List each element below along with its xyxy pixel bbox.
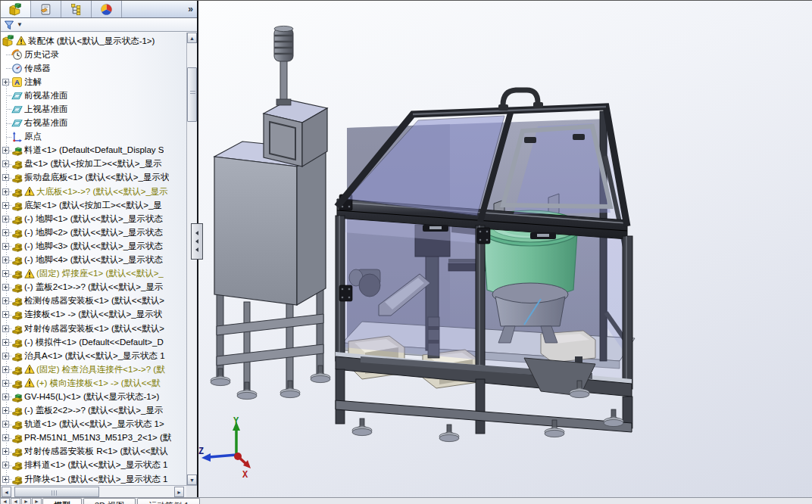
- tab-scroll-prev-button[interactable]: ◄: [11, 498, 20, 504]
- expand-toggle-icon[interactable]: [2, 257, 9, 263]
- tree-filter-bar[interactable]: ▼: [1, 18, 198, 32]
- sensor-icon: [11, 63, 23, 74]
- tree-item[interactable]: GV-H45(L)<1> (默认<显示状态-1>): [1, 390, 187, 403]
- expand-toggle-icon[interactable]: [2, 174, 9, 181]
- tree-item[interactable]: 装配体 (默认<默认_显示状态-1>): [1, 34, 187, 48]
- tree-item-label: 原点: [24, 131, 42, 142]
- expand-toggle-icon[interactable]: [2, 297, 9, 304]
- tree-item[interactable]: 注解: [1, 75, 187, 89]
- part-icon: [11, 378, 23, 389]
- tree-item[interactable]: 振动盘底板<1> (默认<<默认>_显示状: [1, 171, 187, 185]
- tab-featuremanager[interactable]: [1, 1, 31, 17]
- plane-icon: [11, 104, 23, 115]
- expand-toggle-icon[interactable]: [2, 79, 9, 86]
- partg-icon: [11, 145, 23, 156]
- expand-toggle-icon[interactable]: [2, 216, 9, 222]
- expand-toggle-icon[interactable]: [2, 434, 9, 441]
- tree-item[interactable]: 排料道<1> (默认<<默认>_显示状态 1: [1, 459, 187, 472]
- expand-toggle-icon[interactable]: [2, 188, 9, 195]
- tree-horizontal-scrollbar[interactable]: ◄ ►: [1, 485, 187, 498]
- tab-configurationmanager[interactable]: [61, 1, 92, 17]
- scroll-down-button[interactable]: ▼: [187, 474, 197, 485]
- expand-toggle-icon[interactable]: [2, 160, 9, 167]
- expand-toggle-icon[interactable]: [2, 311, 9, 318]
- tab-displaymanager[interactable]: [92, 1, 122, 17]
- tree-item[interactable]: 底架<1> (默认<按加工><<默认>_显: [1, 198, 187, 212]
- tree-item[interactable]: 前视基准面: [1, 89, 187, 102]
- expand-toggle-icon[interactable]: [2, 229, 9, 236]
- tree-item[interactable]: (+) 横向连接板<1> -> (默认<<默: [1, 376, 187, 390]
- tree-item-label: 对射传感器安装板<1> (默认<<默认>: [24, 323, 164, 334]
- tree-item[interactable]: 盘<1> (默认<按加工><<默认>_显示: [1, 157, 187, 171]
- expand-toggle-icon[interactable]: [2, 325, 9, 332]
- featuremanager-icon: [9, 3, 22, 16]
- vertical-scroll-thumb[interactable]: [187, 67, 197, 122]
- panel-tabs-overflow[interactable]: »: [183, 1, 198, 17]
- part-icon: [11, 172, 23, 183]
- tree-item[interactable]: 检测传感器安装板<1> (默认<<默认>: [1, 294, 187, 308]
- tree-item[interactable]: 上视基准面: [1, 102, 187, 116]
- tree-item[interactable]: PR-M51N1_M51N3_M51P3_2<1> (默: [1, 431, 187, 445]
- tree-item[interactable]: (-) 地脚<3> (默认<<默认>_显示状态: [1, 239, 187, 253]
- tree-item[interactable]: 对射传感器安装板 R<1> (默认<<默认: [1, 445, 187, 459]
- tree-item[interactable]: (固定) 焊接座<1> (默认<<默认>_: [1, 267, 187, 281]
- tree-item-label: 传感器: [24, 63, 51, 74]
- expand-toggle-icon[interactable]: [2, 202, 9, 209]
- scroll-left-button[interactable]: ◄: [2, 487, 11, 497]
- tree-item[interactable]: (固定) 检查治具连接件<1>->? (默: [1, 362, 187, 376]
- tree-item[interactable]: (-) 盖板2<2>->? (默认<<默认>_显示: [1, 404, 187, 418]
- scroll-up-button[interactable]: ▲: [187, 33, 197, 43]
- expand-toggle-icon[interactable]: [2, 243, 9, 250]
- filter-funnel-icon: [4, 20, 14, 30]
- part-icon: [11, 337, 23, 348]
- tree-item[interactable]: 治具A<1> (默认<<默认>_显示状态 1: [1, 349, 187, 362]
- tab-scroll-last-button[interactable]: ►: [32, 498, 42, 504]
- expand-toggle-icon[interactable]: [2, 366, 9, 373]
- orientation-triad: Y Z X: [198, 415, 267, 487]
- expand-toggle-icon[interactable]: [2, 407, 9, 414]
- expand-toggle-icon[interactable]: [2, 339, 9, 346]
- expand-toggle-icon[interactable]: [2, 353, 9, 359]
- expand-toggle-icon[interactable]: [2, 394, 9, 400]
- tree-item[interactable]: 原点: [1, 130, 187, 144]
- document-tab[interactable]: 模型: [42, 498, 82, 504]
- expand-toggle-icon[interactable]: [2, 284, 9, 291]
- tree-item[interactable]: 大底板<1>->? (默认<<默认>_显示: [1, 185, 187, 198]
- assembly-3d-model: [198, 1, 812, 498]
- expand-toggle-icon[interactable]: [2, 448, 9, 455]
- expand-toggle-icon[interactable]: [2, 380, 9, 387]
- tree-item[interactable]: (-) 地脚<2> (默认<<默认>_显示状态: [1, 226, 187, 239]
- scroll-right-button[interactable]: ►: [174, 487, 184, 497]
- document-tab[interactable]: 3D 视图: [83, 498, 136, 504]
- history-icon: [11, 49, 23, 61]
- document-tab[interactable]: 运动算例 1: [137, 498, 200, 504]
- tree-item-label: 料道<1> (Default<Default_Display S: [24, 145, 164, 156]
- tree-item[interactable]: (-) 地脚<4> (默认<<默认>_显示状态: [1, 254, 187, 267]
- tab-propertymanager[interactable]: [31, 1, 61, 17]
- expand-toggle-icon[interactable]: [2, 421, 9, 428]
- expand-toggle-icon[interactable]: [2, 147, 9, 154]
- tree-item[interactable]: 连接板<1> -> (默认<<默认>_显示状: [1, 308, 187, 322]
- horizontal-scroll-thumb[interactable]: [14, 487, 99, 497]
- document-tab-bar: ◄ ◄ ► ► 模型3D 视图运动算例 1: [0, 497, 812, 504]
- tree-item[interactable]: 对射传感器安装板<1> (默认<<默认>: [1, 322, 187, 335]
- panel-splitter-handle[interactable]: [191, 223, 203, 260]
- warning-icon: [24, 269, 35, 279]
- tree-item[interactable]: 料道<1> (Default<Default_Display S: [1, 144, 187, 157]
- tree-item[interactable]: (-) 地脚<1> (默认<<默认>_显示状态: [1, 212, 187, 226]
- tree-item[interactable]: 轨道<1> (默认<<默认>_显示状态 1>: [1, 418, 187, 431]
- expand-toggle-icon[interactable]: [2, 270, 9, 277]
- tree-item[interactable]: (-) 盖板2<1>->? (默认<<默认>_显示: [1, 281, 187, 294]
- tree-item[interactable]: 升降块<1> (默认<<默认>_显示状态 1: [1, 472, 187, 485]
- tree-item-label: 连接板<1> -> (默认<<默认>_显示状: [24, 309, 162, 320]
- tree-item[interactable]: 右视基准面: [1, 117, 187, 130]
- tree-item[interactable]: (-) 模拟件<1> (Default<<Default>_D: [1, 335, 187, 349]
- expand-toggle-icon[interactable]: [2, 462, 9, 468]
- graphics-area[interactable]: Y Z X: [198, 1, 812, 498]
- tree-item[interactable]: 传感器: [1, 61, 187, 75]
- expand-toggle-icon[interactable]: [2, 476, 9, 483]
- tree-item[interactable]: 历史记录: [1, 48, 187, 61]
- tab-scroll-first-button[interactable]: ◄: [0, 498, 10, 504]
- tab-scroll-next-button[interactable]: ►: [21, 498, 31, 504]
- tree-item-label: 底架<1> (默认<按加工><<默认>_显: [24, 200, 162, 211]
